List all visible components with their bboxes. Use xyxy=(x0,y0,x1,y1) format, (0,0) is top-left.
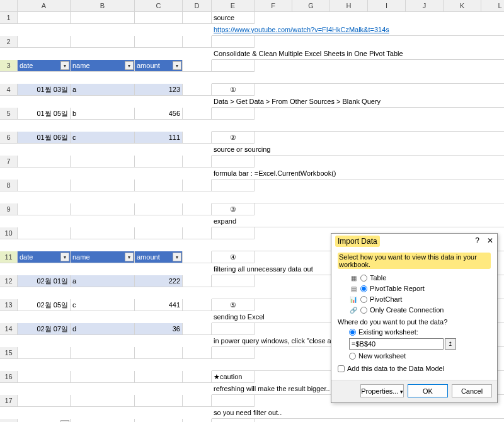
cell-F4[interactable]: Data > Get Data > From Other Sources > B… xyxy=(212,96,504,108)
corner-cell[interactable] xyxy=(0,0,18,12)
row-8[interactable]: 8 xyxy=(0,180,18,191)
filter-dropdown-icon[interactable]: ▼ xyxy=(173,253,181,261)
radio-pivotchart[interactable] xyxy=(360,296,367,303)
pivottable-icon: ▤ xyxy=(349,284,358,293)
row-15[interactable]: 15 xyxy=(0,347,18,359)
radio-existing[interactable] xyxy=(349,329,356,336)
radio-connection-row[interactable]: 🔗 Only Create Connection xyxy=(349,305,491,314)
radio-existing-row[interactable]: Existing worksheet: xyxy=(349,328,491,336)
radio-table[interactable] xyxy=(360,275,367,282)
tbl1-r1-date[interactable]: 01월 03일 xyxy=(18,84,71,96)
row-13[interactable]: 13 xyxy=(0,299,18,311)
filter-dropdown-icon[interactable]: ▼ xyxy=(60,61,69,70)
connection-icon: 🔗 xyxy=(349,305,358,314)
row-2[interactable]: 2 xyxy=(0,36,18,48)
where-put-label: Where do you want to put the data? xyxy=(338,318,491,326)
radio-new[interactable] xyxy=(349,353,356,360)
filter-dropdown-icon[interactable]: ▼ xyxy=(60,253,69,261)
row-11[interactable]: 11 xyxy=(0,251,18,263)
radio-table-row[interactable]: ▦ Table xyxy=(349,273,491,282)
cancel-button[interactable]: Cancel xyxy=(452,384,492,397)
cell-F2[interactable]: Consolidate & Clean Multiple Excel Sheet… xyxy=(212,48,504,60)
tbl1-hdr-name[interactable]: name▼ xyxy=(71,60,135,72)
cell-E1[interactable]: source xyxy=(212,12,255,24)
row-1[interactable]: 1 xyxy=(0,12,18,24)
row-5[interactable]: 5 xyxy=(0,108,18,120)
col-D[interactable]: D xyxy=(183,0,212,12)
col-H[interactable]: H xyxy=(330,0,368,12)
row-4[interactable]: 4 xyxy=(0,84,18,96)
row-16[interactable]: 16 xyxy=(0,371,18,383)
pivotchart-icon: 📊 xyxy=(349,295,358,304)
radio-new-label: New worksheet xyxy=(358,352,406,360)
help-icon[interactable]: ? xyxy=(475,236,479,245)
row-17[interactable]: 17 xyxy=(0,395,18,407)
col-I[interactable]: I xyxy=(368,0,406,12)
row-6[interactable]: 6 xyxy=(0,132,18,144)
datamodel-checkbox[interactable] xyxy=(338,365,345,372)
cell-F1-link[interactable]: https://www.youtube.com/watch?v=FI4HkCzM… xyxy=(212,24,504,36)
range-picker-button[interactable]: ↥ xyxy=(445,338,456,350)
cell-E4[interactable]: ① xyxy=(212,84,255,96)
radio-connection-label: Only Create Connection xyxy=(370,306,444,314)
row-3[interactable]: 3 xyxy=(0,60,18,72)
col-K[interactable]: K xyxy=(444,0,481,12)
tbl2-hdr-date[interactable]: date▼ xyxy=(18,251,71,263)
datamodel-check-row[interactable]: Add this data to the Data Model xyxy=(338,365,491,372)
row-12[interactable]: 12 xyxy=(0,275,18,287)
pivot-rowlabels[interactable]: Row Labels▼ xyxy=(18,419,71,422)
radio-existing-label: Existing worksheet: xyxy=(358,328,418,336)
col-J[interactable]: J xyxy=(406,0,444,12)
table-icon: ▦ xyxy=(349,273,358,282)
dialog-title: Import Data xyxy=(335,236,380,247)
row-9[interactable]: 9 xyxy=(0,203,18,215)
col-A[interactable]: A xyxy=(18,0,71,12)
col-E[interactable]: E xyxy=(212,0,255,12)
radio-new-row[interactable]: New worksheet xyxy=(349,352,491,360)
col-B[interactable]: B xyxy=(71,0,135,12)
row-7[interactable]: 7 xyxy=(0,156,18,168)
cell[interactable] xyxy=(18,12,71,24)
radio-pivotchart-row[interactable]: 📊 PivotChart xyxy=(349,295,491,304)
filter-dropdown-icon[interactable]: ▼ xyxy=(125,253,134,261)
pivot-sumlabel[interactable]: Sum of amount xyxy=(71,419,135,422)
radio-pivottable-row[interactable]: ▤ PivotTable Report xyxy=(349,284,491,293)
tbl1-hdr-date[interactable]: date▼ xyxy=(18,60,71,72)
cell-reference-input[interactable] xyxy=(349,338,444,350)
import-data-dialog: Import Data ? ✕ Select how you want to v… xyxy=(331,233,498,403)
filter-dropdown-icon[interactable]: ▼ xyxy=(173,61,181,70)
datamodel-label: Add this data to the Data Model xyxy=(347,365,444,372)
col-F[interactable]: F xyxy=(255,0,292,12)
select-view-label: Select how you want to view this data in… xyxy=(338,253,491,269)
row-10[interactable]: 10 xyxy=(0,227,18,239)
filter-dropdown-icon[interactable]: ▼ xyxy=(125,61,134,70)
tbl1-hdr-amount[interactable]: amount▼ xyxy=(135,60,183,72)
radio-pivotchart-label: PivotChart xyxy=(370,295,402,303)
ok-button[interactable]: OK xyxy=(408,384,448,397)
row-18[interactable]: 18 xyxy=(0,419,18,422)
radio-table-label: Table xyxy=(370,274,386,282)
radio-pivottable[interactable] xyxy=(360,285,367,292)
col-G[interactable]: G xyxy=(292,0,330,12)
radio-connection[interactable] xyxy=(360,307,367,314)
col-C[interactable]: C xyxy=(135,0,183,12)
col-L[interactable]: L xyxy=(481,0,504,12)
close-icon[interactable]: ✕ xyxy=(487,236,493,245)
radio-pivottable-label: PivotTable Report xyxy=(370,285,425,292)
properties-button[interactable]: Properties... xyxy=(360,384,404,397)
row-14[interactable]: 14 xyxy=(0,323,18,335)
dialog-titlebar[interactable]: Import Data ? ✕ xyxy=(331,234,497,249)
